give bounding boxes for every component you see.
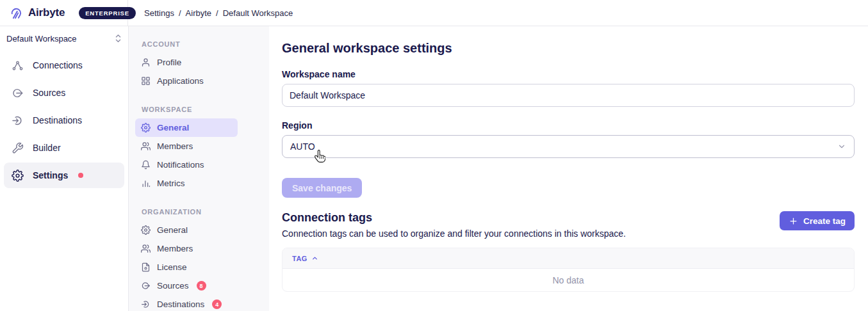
- settings-nav-label: Notifications: [157, 160, 204, 170]
- settings-section-organization: ORGANIZATION General Members: [142, 208, 256, 311]
- airbyte-settings-page: Airbyte ENTERPRISE Settings / Airbyte / …: [0, 0, 868, 311]
- settings-nav-label: Metrics: [157, 179, 185, 188]
- sidebar-item-builder[interactable]: Builder: [4, 135, 124, 161]
- sidebar-item-connections[interactable]: Connections: [4, 52, 124, 78]
- breadcrumb-separator: /: [216, 8, 218, 18]
- settings-nav-label: General: [157, 225, 188, 235]
- table-header-row: TAG: [283, 248, 854, 269]
- sort-ascending-icon: [311, 255, 318, 262]
- sidebar-item-settings[interactable]: Settings: [4, 163, 124, 188]
- main-content: General workspace settings Workspace nam…: [269, 26, 868, 311]
- connection-tags-description: Connection tags can be used to organize …: [282, 228, 626, 239]
- settings-nav-label: Destinations: [157, 299, 204, 309]
- bell-icon: [141, 160, 151, 170]
- breadcrumb-settings[interactable]: Settings: [144, 8, 174, 18]
- connection-tags-table: TAG No data: [282, 248, 855, 292]
- section-title: ORGANIZATION: [142, 208, 256, 216]
- create-tag-button[interactable]: Create tag: [780, 211, 855, 230]
- sidebar-item-destinations[interactable]: Destinations: [4, 108, 124, 133]
- page-title: General workspace settings: [282, 41, 855, 56]
- sidebar-item-label: Sources: [33, 88, 65, 98]
- settings-section-account: ACCOUNT Profile Applications: [142, 40, 256, 90]
- sidebar-item-label: Builder: [33, 143, 61, 153]
- section-title: WORKSPACE: [142, 106, 256, 113]
- sidebar-nav: Connections Sources Dest: [0, 51, 128, 188]
- settings-nav-metrics[interactable]: Metrics: [135, 174, 238, 193]
- settings-nav-workspace-members[interactable]: Members: [135, 137, 238, 156]
- plus-icon: [789, 216, 798, 226]
- settings-nav-label: License: [157, 262, 187, 272]
- settings-nav-label: General: [157, 123, 189, 132]
- breadcrumb-separator: /: [179, 8, 181, 18]
- settings-nav-org-members[interactable]: Members: [135, 239, 238, 258]
- brand-name: Airbyte: [28, 6, 65, 19]
- sidebar-item-label: Connections: [33, 60, 83, 70]
- chevron-down-icon: [837, 142, 846, 151]
- breadcrumb-airbyte[interactable]: Airbyte: [186, 8, 211, 18]
- destinations-count-badge: 4: [212, 299, 222, 309]
- no-data-text: No data: [552, 275, 584, 285]
- workspace-selector[interactable]: Default Workspace: [0, 26, 128, 51]
- users-icon: [141, 141, 151, 151]
- chevron-up-down-icon: [115, 34, 122, 43]
- license-icon: [141, 262, 151, 272]
- user-icon: [141, 58, 151, 67]
- breadcrumb-default-workspace[interactable]: Default Workspace: [223, 8, 293, 18]
- connections-icon: [12, 60, 24, 72]
- tag-column-label: TAG: [292, 255, 307, 262]
- section-title: ACCOUNT: [142, 40, 256, 48]
- settings-nav-label: Profile: [157, 58, 181, 67]
- users-icon: [141, 244, 151, 253]
- settings-nav-org-sources[interactable]: Sources 8: [135, 276, 238, 295]
- settings-nav-profile[interactable]: Profile: [135, 53, 238, 72]
- airbyte-logo-icon: [9, 6, 23, 20]
- workspace-name-label: Workspace name: [282, 69, 855, 79]
- save-changes-button[interactable]: Save changes: [282, 178, 362, 198]
- top-bar: Airbyte ENTERPRISE Settings / Airbyte / …: [0, 0, 868, 26]
- source-icon: [12, 87, 24, 99]
- sidebar-item-sources[interactable]: Sources: [4, 80, 124, 106]
- connection-tags-title: Connection tags: [282, 211, 626, 225]
- notification-dot: [78, 173, 83, 178]
- region-select[interactable]: AUTO: [282, 135, 855, 158]
- connection-tags-header: Connection tags Connection tags can be u…: [282, 211, 855, 239]
- workspace-name-input[interactable]: [282, 84, 855, 107]
- settings-nav-applications[interactable]: Applications: [135, 72, 238, 90]
- settings-nav-label: Applications: [157, 76, 204, 86]
- source-icon: [141, 281, 151, 291]
- settings-nav-label: Members: [157, 141, 193, 151]
- tag-column-header[interactable]: TAG: [292, 255, 318, 262]
- settings-nav-workspace-general[interactable]: General: [135, 118, 238, 137]
- destination-icon: [12, 115, 24, 127]
- bar-chart-icon: [141, 179, 151, 188]
- enterprise-badge: ENTERPRISE: [79, 7, 136, 19]
- workspace-selector-label: Default Workspace: [6, 34, 77, 44]
- table-empty-row: No data: [283, 269, 854, 291]
- breadcrumb: Settings / Airbyte / Default Workspace: [128, 8, 293, 18]
- brand-area: Airbyte ENTERPRISE: [0, 0, 128, 26]
- sources-count-badge: 8: [197, 281, 206, 291]
- create-tag-label: Create tag: [803, 216, 846, 226]
- main-sidebar: Default Workspace Connections: [0, 26, 128, 311]
- gear-icon: [141, 123, 151, 132]
- destination-icon: [141, 299, 151, 309]
- gear-icon: [141, 225, 151, 235]
- settings-nav-label: Members: [157, 244, 193, 253]
- connection-tags-text: Connection tags Connection tags can be u…: [282, 211, 626, 239]
- settings-nav-panel: ACCOUNT Profile Applications: [128, 26, 269, 311]
- region-select-value: AUTO: [290, 141, 315, 152]
- settings-nav-notifications[interactable]: Notifications: [135, 156, 238, 174]
- region-label: Region: [282, 120, 855, 131]
- grid-icon: [141, 76, 151, 86]
- settings-section-workspace: WORKSPACE General Members: [142, 106, 256, 193]
- settings-nav-label: Sources: [157, 281, 189, 291]
- builder-icon: [12, 142, 24, 154]
- settings-nav-org-general[interactable]: General: [135, 221, 238, 239]
- sidebar-item-label: Settings: [33, 170, 68, 180]
- gear-icon: [12, 170, 24, 182]
- sidebar-item-label: Destinations: [33, 115, 82, 125]
- settings-nav-license[interactable]: License: [135, 258, 238, 276]
- settings-nav-org-destinations[interactable]: Destinations 4: [135, 295, 238, 311]
